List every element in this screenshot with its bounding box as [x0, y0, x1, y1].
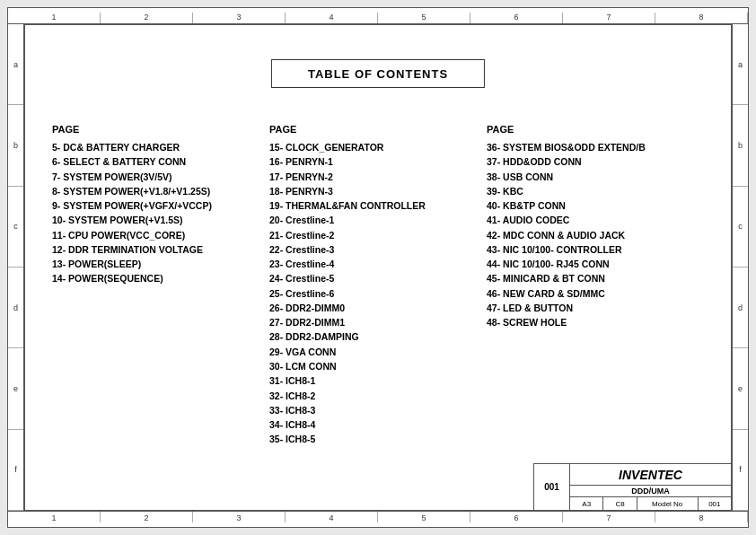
toc-container: PAGE 5- DC& BATTERY CHARGER 6- SELECT & … [52, 124, 704, 456]
cell-rev-label: 001 [708, 500, 720, 508]
toc-item: 7- SYSTEM POWER(3V/5V) [52, 170, 269, 184]
ruler-top-1: 1 [8, 13, 101, 23]
toc-item: 28- DDR2-DAMPING [269, 329, 487, 344]
toc-item: 5- DC& BATTERY CHARGER [52, 140, 269, 154]
title-box: TABLE OF CONTENTS [271, 59, 485, 88]
ruler-left: a b c d e f [8, 24, 24, 511]
toc-item: 42- MDC CONN & AUDIO JACK [487, 228, 704, 242]
toc-item: 26- DDR2-DIMM0 [269, 301, 487, 315]
toc-item: 15- CLOCK_GENERATOR [269, 140, 487, 154]
toc-item: 43- NIC 10/100- CONTROLLER [487, 242, 704, 257]
ruler-left-e: e [8, 348, 23, 429]
cell-a3: A3 [570, 497, 603, 510]
toc-item: 32- ICH8-2 [269, 389, 487, 403]
toc-item: 40- KB&TP CONN [487, 198, 704, 213]
bottom-info-row: A3 C8 Model No 001 [570, 497, 731, 510]
toc-item: 21- Crestline-2 [269, 228, 487, 242]
ruler-bottom-2: 2 [101, 512, 193, 522]
ruler-left-b: b [8, 105, 23, 186]
toc-item: 36- SYSTEM BIOS&ODD EXTEND/B [487, 140, 704, 154]
toc-item: 19- THERMAL&FAN CONTROLLER [269, 198, 487, 213]
toc-item: 35- ICH8-5 [269, 432, 487, 446]
toc-column-3: PAGE 36- SYSTEM BIOS&ODD EXTEND/B 37- HD… [487, 124, 704, 456]
ruler-top: 1 2 3 4 5 6 7 8 [8, 8, 748, 24]
ruler-top-2: 2 [101, 13, 193, 23]
toc-item: 8- SYSTEM POWER(+V1.8/+V1.25S) [52, 184, 269, 198]
ruler-bottom-6: 6 [470, 512, 563, 522]
ruler-right: a b c d e f [732, 24, 748, 511]
toc-item: 23- Crestline-4 [269, 257, 487, 271]
toc-item: 12- DDR TERMINATION VOLTAGE [52, 242, 269, 257]
ruler-right-c: c [733, 187, 748, 268]
cell-c8: C8 [603, 497, 637, 510]
toc-item: 14- POWER(SEQUENCE) [52, 271, 269, 285]
ruler-top-5: 5 [378, 13, 470, 23]
toc-item: 34- ICH8-4 [269, 417, 487, 432]
toc-column-2: PAGE 15- CLOCK_GENERATOR 16- PENRYN-1 17… [269, 124, 487, 456]
cell-model-label: Model No [652, 500, 682, 508]
col3-header: PAGE [487, 124, 704, 135]
ruler-bottom-7: 7 [563, 512, 655, 522]
toc-item: 29- VGA CONN [269, 345, 487, 359]
brand-name: INVENTEC [570, 464, 731, 486]
toc-item: 41- AUDIO CODEC [487, 213, 704, 227]
page-title: TABLE OF CONTENTS [308, 67, 448, 81]
toc-item: 20- Crestline-1 [269, 213, 487, 227]
cell-a3-label: A3 [582, 500, 591, 508]
toc-item: 37- HDD&ODD CONN [487, 154, 704, 169]
toc-item: 46- NEW CARD & SD/MMC [487, 286, 704, 301]
revision-value: 001 [544, 482, 559, 492]
ruler-bottom-4: 4 [286, 512, 378, 522]
toc-column-1: PAGE 5- DC& BATTERY CHARGER 6- SELECT & … [52, 124, 269, 456]
toc-item: 31- ICH8-1 [269, 373, 487, 388]
cell-c8-label: C8 [615, 500, 624, 508]
revision-box: 001 [533, 463, 569, 510]
toc-item: 30- LCM CONN [269, 359, 487, 373]
col1-header: PAGE [52, 124, 269, 135]
toc-item: 9- SYSTEM POWER(+VGFX/+VCCP) [52, 198, 269, 213]
ruler-bottom-1: 1 [8, 512, 101, 522]
cell-model: Model No [637, 497, 699, 510]
toc-item: 16- PENRYN-1 [269, 154, 487, 169]
ruler-right-f: f [733, 430, 748, 511]
content-area: TABLE OF CONTENTS PAGE 5- DC& BATTERY CH… [24, 24, 732, 511]
ruler-left-d: d [8, 268, 23, 348]
ruler-right-a: a [733, 24, 748, 105]
ruler-bottom-5: 5 [378, 512, 470, 522]
toc-item: 22- Crestline-3 [269, 242, 487, 257]
toc-item: 11- CPU POWER(VCC_CORE) [52, 228, 269, 242]
ruler-bottom-3: 3 [193, 512, 286, 522]
toc-item: 25- Crestline-6 [269, 286, 487, 301]
toc-item: 18- PENRYN-3 [269, 184, 487, 198]
toc-item: 6- SELECT & BATTERY CONN [52, 154, 269, 169]
toc-item: 10- SYSTEM POWER(+V1.5S) [52, 213, 269, 227]
toc-item: 27- DDR2-DIMM1 [269, 315, 487, 329]
toc-item: 38- USB CONN [487, 170, 704, 184]
toc-item: 39- KBC [487, 184, 704, 198]
ruler-top-8: 8 [655, 13, 748, 23]
ruler-left-c: c [8, 187, 23, 268]
ruler-right-e: e [733, 348, 748, 429]
ruler-left-f: f [8, 430, 23, 511]
ruler-bottom-8: 8 [655, 512, 748, 522]
ruler-top-4: 4 [286, 13, 378, 23]
schematic-frame: 1 2 3 4 5 6 7 8 1 2 3 4 5 6 7 8 a b c d … [7, 7, 749, 528]
model-name: DDD/UMA [570, 486, 731, 497]
cell-rev: 001 [699, 497, 731, 510]
bottom-info-box: INVENTEC DDD/UMA A3 C8 Model No 001 [569, 463, 731, 510]
ruler-bottom: 1 2 3 4 5 6 7 8 [8, 511, 748, 527]
ruler-top-7: 7 [563, 13, 655, 23]
toc-item: 33- ICH8-3 [269, 403, 487, 417]
ruler-left-a: a [8, 24, 23, 105]
toc-item: 24- Crestline-5 [269, 271, 487, 285]
toc-item: 47- LED & BUTTON [487, 301, 704, 315]
toc-item: 45- MINICARD & BT CONN [487, 271, 704, 285]
ruler-right-d: d [733, 268, 748, 348]
toc-item: 17- PENRYN-2 [269, 170, 487, 184]
ruler-right-b: b [733, 105, 748, 186]
col2-header: PAGE [269, 124, 487, 135]
ruler-top-6: 6 [470, 13, 563, 23]
ruler-top-3: 3 [193, 13, 286, 23]
toc-item: 13- POWER(SLEEP) [52, 257, 269, 271]
toc-item: 48- SCREW HOLE [487, 315, 704, 329]
